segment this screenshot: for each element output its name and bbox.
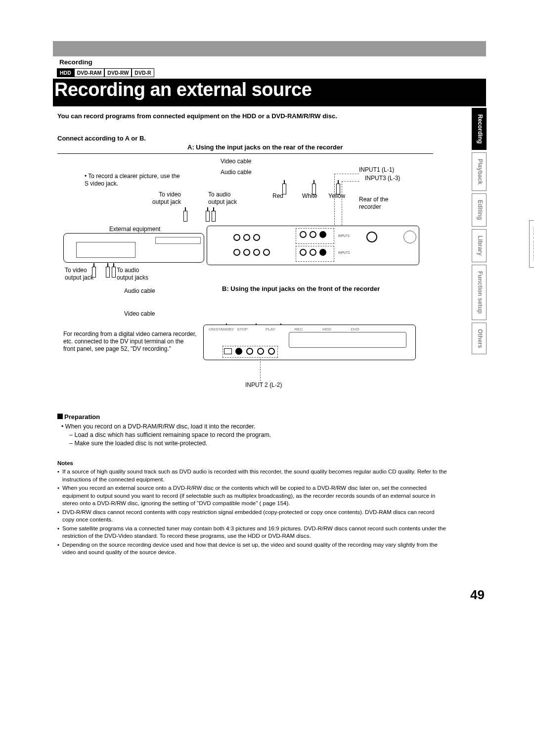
rca-plug-icon xyxy=(106,267,110,278)
tab-library[interactable]: Library xyxy=(472,229,487,262)
note-item: If a source of high quality sound track … xyxy=(57,468,448,483)
label-to-video-output-front: To video output jack xyxy=(65,267,94,282)
prep-line: – Load a disc which has sufficient remai… xyxy=(57,431,433,439)
label-red: Red xyxy=(272,192,283,200)
label-input2: INPUT 2 (L-2) xyxy=(245,381,282,389)
badge-dvdram: DVD-RAM xyxy=(74,68,105,77)
prep-line: • When you record on a DVD-RAM/R/RW disc… xyxy=(57,423,433,431)
intro-text: You can record programs from connected e… xyxy=(57,112,337,120)
badge-hdd: HDD xyxy=(57,68,74,77)
notes-list: If a source of high quality sound track … xyxy=(57,468,448,558)
label-input1: INPUT1 (L-1) xyxy=(359,166,394,174)
rear-vent xyxy=(403,231,416,243)
rear-outlet xyxy=(366,232,377,242)
rear-rca-row xyxy=(233,234,260,241)
side-tab-index: Introduction Recording Playback Editing … xyxy=(472,108,487,357)
tab-editing[interactable]: Editing xyxy=(472,193,487,227)
dv-jack-icon xyxy=(224,348,232,354)
dv-input-note: For recording from a digital video camer… xyxy=(63,331,197,353)
rca-plug-icon xyxy=(112,267,116,278)
label-to-audio-output-front: To audio output jacks xyxy=(117,267,156,282)
note-item: When you record an external source onto … xyxy=(57,484,448,508)
page-number: 49 xyxy=(470,587,485,603)
external-equipment-slot xyxy=(76,242,135,258)
tab-recording[interactable]: Recording xyxy=(472,108,487,150)
tab-playback[interactable]: Playback xyxy=(472,152,487,191)
badge-dvdrw: DVD-RW xyxy=(104,68,132,77)
rca-plug-icon xyxy=(183,211,187,222)
header-gray-band xyxy=(53,41,486,56)
tab-function-setup[interactable]: Function setup xyxy=(472,265,487,320)
label-audio-cable-front: Audio cable xyxy=(124,287,155,295)
front-btn: STOP xyxy=(237,327,248,331)
front-rca-row xyxy=(235,348,275,355)
note-item: Depending on the source recording device… xyxy=(57,541,448,557)
connection-diagram: • To record a clearer picture, use the S… xyxy=(57,153,433,391)
front-btn: DVD xyxy=(350,327,360,331)
label-video-cable-top: Video cable xyxy=(221,158,252,165)
note-text: When you record an external source onto … xyxy=(62,485,435,506)
label-rear-recorder: Rear of the recorder xyxy=(359,196,399,211)
tip-svideo: • To record a clearer picture, use the S… xyxy=(85,173,183,188)
rear-rca-row xyxy=(233,249,270,256)
preparation-heading: Preparation xyxy=(64,413,100,421)
label-input3: INPUT3 (L-3) xyxy=(365,175,400,182)
rca-plug-icon xyxy=(282,184,286,194)
dashed-leader xyxy=(342,181,359,182)
rear-input1-tiny: INPUT1 xyxy=(338,234,350,237)
front-disc-tray xyxy=(289,332,406,348)
prep-line: – Make sure the loaded disc is not write… xyxy=(57,439,433,448)
rca-plug-icon xyxy=(312,184,316,194)
rca-plug-icon xyxy=(206,211,210,222)
front-btn: PLAY xyxy=(265,327,276,331)
preparation-body: • When you record on a DVD-RAM/R/RW disc… xyxy=(57,423,433,448)
label-external-equipment: External equipment xyxy=(109,226,160,233)
label-video-cable-front: Video cable xyxy=(124,310,155,318)
square-bullet-icon xyxy=(57,414,63,419)
rca-plug-icon xyxy=(336,184,340,194)
dashed-leader xyxy=(334,174,335,232)
tab-introduction[interactable]: Introduction xyxy=(529,220,534,268)
section-label: Recording xyxy=(59,58,92,66)
rear-rca-row xyxy=(300,249,326,256)
note-item: DVD-R/RW discs cannot record contents wi… xyxy=(57,509,448,524)
tab-others[interactable]: Others xyxy=(472,323,487,355)
dashed-leader xyxy=(260,359,261,381)
front-button-labels: ON/STANDBY STOP PLAY REC HDD DVD xyxy=(209,327,360,331)
notes-heading: Notes xyxy=(57,460,73,466)
rear-input3-tiny: INPUT3 xyxy=(338,251,350,254)
front-btn: HDD xyxy=(321,327,332,331)
note-item: Some satellite programs via a connected … xyxy=(57,525,448,540)
section-b-heading: B: Using the input jacks on the front of… xyxy=(222,285,380,292)
dashed-leader xyxy=(334,174,359,174)
badge-dvdr: DVD-R xyxy=(132,68,154,77)
rca-plug-icon xyxy=(212,211,216,222)
media-badges: HDD DVD-RAM DVD-RW DVD-R xyxy=(57,68,154,77)
front-btn: ON/STANDBY xyxy=(209,327,220,331)
label-to-video-output: To video output jack xyxy=(146,191,181,206)
section-a-heading: A: Using the input jacks on the rear of … xyxy=(187,143,343,151)
front-btn: REC xyxy=(293,327,304,331)
dv-input-note-text: For recording from a digital video camer… xyxy=(63,331,196,352)
connect-heading: Connect according to A or B. xyxy=(57,135,146,142)
label-to-audio-output: To audio output jack xyxy=(208,191,248,206)
page-title: Recording an external source xyxy=(54,79,312,100)
rear-rca-row xyxy=(300,231,326,238)
label-audio-cable-top: Audio cable xyxy=(221,169,252,176)
rca-plug-icon xyxy=(92,267,96,278)
